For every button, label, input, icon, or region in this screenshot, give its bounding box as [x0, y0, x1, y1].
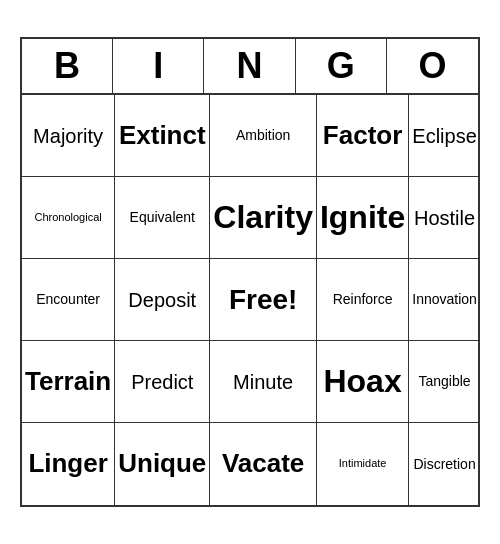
bingo-cell-15[interactable]: Terrain — [22, 341, 115, 423]
bingo-cell-10[interactable]: Encounter — [22, 259, 115, 341]
bingo-cell-4[interactable]: Eclipse — [409, 95, 480, 177]
header-letter-o: O — [387, 39, 478, 93]
bingo-cell-23[interactable]: Intimidate — [317, 423, 409, 505]
bingo-cell-18[interactable]: Hoax — [317, 341, 409, 423]
header-letter-g: G — [296, 39, 387, 93]
cell-text-0: Majority — [33, 124, 103, 148]
bingo-cell-14[interactable]: Innovation — [409, 259, 480, 341]
cell-text-8: Ignite — [320, 198, 405, 236]
cell-text-18: Hoax — [323, 362, 401, 400]
header-letter-i: I — [113, 39, 204, 93]
bingo-cell-1[interactable]: Extinct — [115, 95, 210, 177]
bingo-cell-5[interactable]: Chronological — [22, 177, 115, 259]
header-letter-n: N — [204, 39, 295, 93]
cell-text-13: Reinforce — [333, 291, 393, 308]
cell-text-20: Linger — [28, 448, 107, 479]
cell-text-14: Innovation — [412, 291, 477, 308]
cell-text-22: Vacate — [222, 448, 304, 479]
cell-text-9: Hostile — [414, 206, 475, 230]
cell-text-19: Tangible — [418, 373, 470, 390]
bingo-grid: MajorityExtinctAmbitionFactorEclipseChro… — [22, 95, 478, 505]
cell-text-21: Unique — [118, 448, 206, 479]
bingo-cell-7[interactable]: Clarity — [210, 177, 317, 259]
bingo-cell-16[interactable]: Predict — [115, 341, 210, 423]
header-letter-b: B — [22, 39, 113, 93]
bingo-cell-17[interactable]: Minute — [210, 341, 317, 423]
bingo-cell-8[interactable]: Ignite — [317, 177, 409, 259]
bingo-cell-12[interactable]: Free! — [210, 259, 317, 341]
bingo-cell-21[interactable]: Unique — [115, 423, 210, 505]
bingo-cell-9[interactable]: Hostile — [409, 177, 480, 259]
cell-text-4: Eclipse — [412, 124, 476, 148]
cell-text-10: Encounter — [36, 291, 100, 308]
cell-text-11: Deposit — [128, 288, 196, 312]
cell-text-2: Ambition — [236, 127, 290, 144]
bingo-cell-13[interactable]: Reinforce — [317, 259, 409, 341]
bingo-cell-22[interactable]: Vacate — [210, 423, 317, 505]
cell-text-5: Chronological — [34, 211, 101, 224]
cell-text-3: Factor — [323, 120, 402, 151]
bingo-cell-0[interactable]: Majority — [22, 95, 115, 177]
cell-text-12: Free! — [229, 283, 297, 317]
bingo-cell-3[interactable]: Factor — [317, 95, 409, 177]
cell-text-1: Extinct — [119, 120, 206, 151]
bingo-header: BINGO — [22, 39, 478, 95]
cell-text-24: Discretion — [413, 456, 475, 473]
cell-text-17: Minute — [233, 370, 293, 394]
cell-text-16: Predict — [131, 370, 193, 394]
bingo-cell-19[interactable]: Tangible — [409, 341, 480, 423]
cell-text-15: Terrain — [25, 366, 111, 397]
bingo-card: BINGO MajorityExtinctAmbitionFactorEclip… — [20, 37, 480, 507]
cell-text-7: Clarity — [213, 198, 313, 236]
cell-text-23: Intimidate — [339, 457, 387, 470]
bingo-cell-24[interactable]: Discretion — [409, 423, 480, 505]
bingo-cell-11[interactable]: Deposit — [115, 259, 210, 341]
bingo-cell-6[interactable]: Equivalent — [115, 177, 210, 259]
cell-text-6: Equivalent — [130, 209, 195, 226]
bingo-cell-20[interactable]: Linger — [22, 423, 115, 505]
bingo-cell-2[interactable]: Ambition — [210, 95, 317, 177]
